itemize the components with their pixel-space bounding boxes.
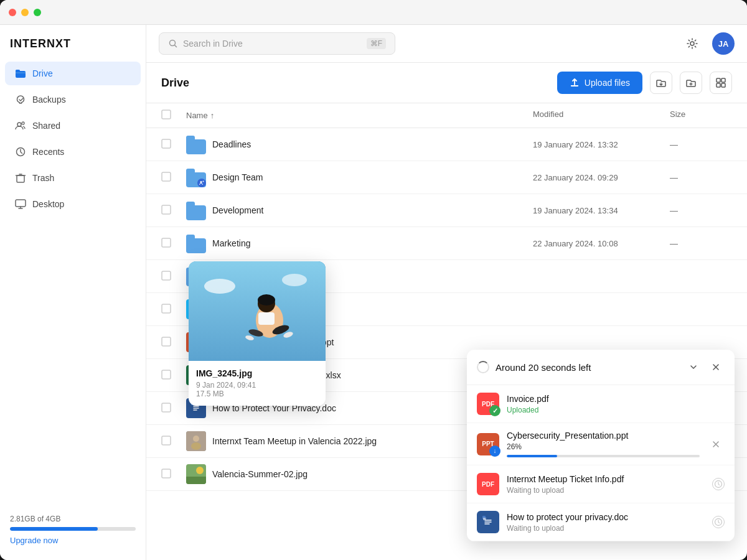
svg-rect-31 [162,469,171,478]
svg-rect-1 [16,70,20,72]
svg-rect-15 [162,172,171,181]
preview-filename: IMG_3245.jpg [196,368,318,378]
sidebar-item-recents-label: Recents [32,147,64,157]
upgrade-link[interactable]: Upgrade now [10,536,136,545]
cancel-upload-button[interactable] [707,436,725,453]
maximize-button[interactable] [34,9,41,16]
minimize-button[interactable] [21,9,29,16]
titlebar [0,0,747,25]
settings-button[interactable] [681,32,703,55]
storage-used-text: 2.81GB of 4GB [10,515,136,523]
file-name-cell: Design Team [186,167,533,187]
sidebar-item-desktop[interactable]: Desktop [5,192,141,216]
svg-text:W: W [483,517,486,521]
svg-rect-5 [17,175,24,182]
sort-arrow-icon: ↑ [210,111,215,120]
upload-status-percent: 26% [507,442,700,451]
svg-rect-22 [162,337,171,346]
app-window: INTERNXT Drive B [0,0,747,560]
svg-rect-21 [162,304,171,313]
search-shortcut: ⌘F [367,38,386,49]
downloading-icon: ↓ [489,446,500,457]
select-all-checkbox[interactable] [161,110,186,121]
upload-file-info: Invoice.pdf Uploaded [507,394,725,414]
svg-point-38 [282,274,307,286]
row-checkbox[interactable] [161,304,186,315]
row-checkbox[interactable] [161,238,186,250]
svg-point-30 [191,442,201,450]
upload-panel-title: Around 20 seconds left [496,362,591,373]
svg-rect-6 [16,200,26,207]
sidebar: INTERNXT Drive B [0,25,146,560]
preview-image [189,261,326,361]
row-checkbox[interactable] [161,469,186,480]
row-checkbox[interactable] [161,370,186,381]
close-button[interactable] [9,9,16,16]
upload-filename-doc: How to protect your privacy.doc [507,512,705,522]
shared-badge [197,179,206,187]
sidebar-item-drive[interactable]: Drive [5,62,141,85]
preview-image-svg [189,261,326,361]
row-checkbox[interactable] [161,172,186,184]
trash-icon [15,172,26,184]
file-name-cell: Marketing [186,233,533,253]
table-row[interactable]: Deadlines 19 January 2024. 13:32 — [146,128,747,161]
sidebar-item-backups[interactable]: Backups [5,88,141,111]
folder-icon [186,134,206,154]
sidebar-item-recents[interactable]: Recents [5,140,141,164]
storage-fill [10,527,98,531]
folder-icon [186,233,206,253]
svg-point-29 [193,436,199,442]
row-checkbox[interactable] [161,337,186,348]
svg-rect-27 [162,436,171,445]
table-row[interactable]: Design Team 22 January 2024. 09:29 — [146,161,747,194]
sidebar-item-drive-label: Drive [32,68,53,78]
svg-rect-10 [721,78,725,82]
svg-point-37 [204,279,235,294]
waiting-icon [712,478,725,490]
name-column-header[interactable]: Name ↑ [186,110,533,121]
svg-point-2 [17,123,21,126]
topbar: Search in Drive ⌘F JA [146,25,747,63]
row-checkbox[interactable] [161,139,186,151]
upload-item-invoice: PDF ✓ Invoice.pdf Uploaded [467,385,735,423]
logo: INTERNXT [0,32,146,60]
sidebar-item-shared[interactable]: Shared [5,114,141,138]
storage-bar [10,527,136,531]
close-panel-button[interactable] [707,358,725,376]
upload-item-ppt: PPT ↓ Cybersecurity_Presentation.ppt 26% [467,423,735,465]
search-box[interactable]: Search in Drive ⌘F [159,32,395,55]
row-checkbox[interactable] [161,205,186,217]
row-checkbox[interactable] [161,436,186,447]
table-header: Name ↑ Modified Size [146,103,747,128]
table-row[interactable]: Development 19 January 2024. 13:34 — [146,194,747,227]
svg-rect-9 [716,78,720,82]
upload-item-ticket: PDF Internxt Meetup Ticket Info.pdf Wait… [467,465,735,503]
upload-file-info-ticket: Internxt Meetup Ticket Info.pdf Waiting … [507,474,705,495]
modified-column-header[interactable]: Modified [533,110,670,121]
upload-status-uploaded: Uploaded [507,406,725,414]
view-toggle-button[interactable] [710,72,732,94]
upload-progress-fill [507,455,557,457]
app-body: INTERNXT Drive B [0,25,747,560]
svg-point-17 [203,181,204,182]
search-icon [168,39,178,49]
upload-files-button[interactable]: Upload files [557,72,642,94]
search-placeholder: Search in Drive [183,39,243,49]
svg-rect-19 [162,238,171,247]
backup-icon [15,94,26,105]
sidebar-item-trash[interactable]: Trash [5,166,141,190]
collapse-panel-button[interactable] [685,358,702,376]
user-avatar[interactable]: JA [712,32,735,55]
new-folder-button[interactable] [680,72,702,94]
row-checkbox[interactable] [161,271,186,282]
upload-folder-button[interactable] [650,72,672,94]
file-name-cell: Development [186,200,533,220]
row-checkbox[interactable] [161,403,186,414]
storage-section: 2.81GB of 4GB Upgrade now [0,507,146,553]
table-row[interactable]: Marketing 22 January 2024. 10:08 — [146,227,747,260]
upload-status-waiting-doc: Waiting to upload [507,524,705,533]
loading-spinner [477,361,489,373]
preview-date: 9 Jan 2024, 09:41 [196,381,318,390]
size-column-header[interactable]: Size [670,110,732,121]
